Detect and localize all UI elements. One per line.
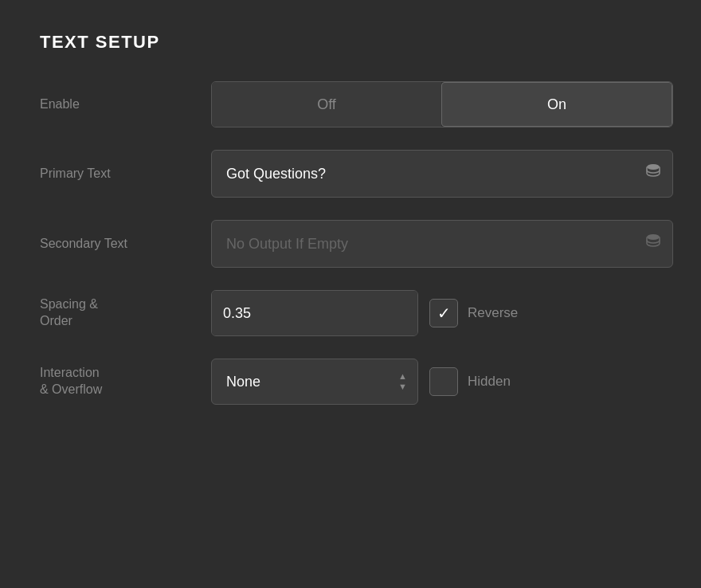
enable-controls: Off On bbox=[211, 81, 673, 127]
interaction-overflow-label: Interaction& Overflow bbox=[40, 365, 195, 398]
enable-label: Enable bbox=[40, 96, 195, 113]
spacing-input-group: EM bbox=[211, 290, 418, 336]
spacing-order-label: Spacing &Order bbox=[40, 296, 195, 330]
interaction-select-wrapper: None Scroll Clip Visible ▲ ▼ bbox=[211, 359, 418, 405]
reverse-label: Reverse bbox=[468, 305, 518, 321]
primary-text-label: Primary Text bbox=[40, 166, 195, 182]
primary-text-wrapper bbox=[211, 150, 673, 198]
primary-text-row: Primary Text bbox=[40, 150, 661, 198]
primary-text-controls bbox=[211, 150, 673, 198]
reverse-checkmark: ✓ bbox=[437, 305, 451, 321]
reverse-checkbox[interactable]: ✓ bbox=[429, 299, 458, 327]
hidden-checkbox[interactable] bbox=[429, 367, 458, 396]
hidden-label: Hidden bbox=[468, 374, 511, 390]
primary-text-input[interactable] bbox=[211, 150, 673, 198]
toggle-on[interactable]: On bbox=[441, 82, 672, 127]
secondary-text-row: Secondary Text bbox=[40, 220, 661, 268]
hidden-checkbox-group: Hidden bbox=[429, 367, 511, 396]
toggle-off[interactable]: Off bbox=[212, 82, 441, 127]
secondary-text-input[interactable] bbox=[211, 220, 673, 268]
enable-toggle[interactable]: Off On bbox=[211, 81, 673, 127]
secondary-text-label: Secondary Text bbox=[40, 236, 195, 253]
enable-row: Enable Off On bbox=[40, 81, 661, 127]
interaction-select[interactable]: None Scroll Clip Visible bbox=[211, 359, 418, 405]
spacing-number-input[interactable] bbox=[212, 291, 418, 335]
interaction-overflow-controls: None Scroll Clip Visible ▲ ▼ Hidden bbox=[211, 359, 661, 405]
text-setup-panel: TEXT SETUP Enable Off On Primary Text bbox=[40, 32, 661, 427]
interaction-overflow-row: Interaction& Overflow None Scroll Clip V… bbox=[40, 359, 661, 405]
panel-title: TEXT SETUP bbox=[40, 32, 661, 53]
secondary-text-wrapper bbox=[211, 220, 673, 268]
spacing-order-controls: EM ✓ Reverse bbox=[211, 290, 661, 336]
spacing-order-row: Spacing &Order EM ✓ Reverse bbox=[40, 290, 661, 336]
reverse-checkbox-group: ✓ Reverse bbox=[429, 299, 518, 327]
secondary-text-controls bbox=[211, 220, 673, 268]
